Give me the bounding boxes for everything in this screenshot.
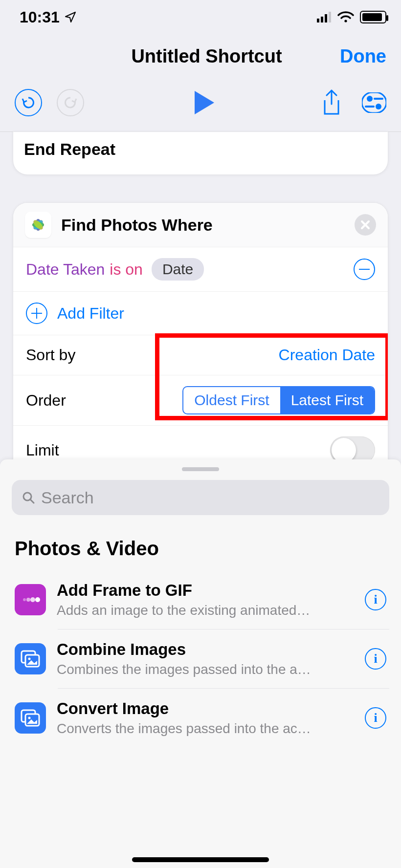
limit-label: Limit <box>26 441 59 459</box>
svg-line-19 <box>30 499 34 503</box>
svg-rect-0 <box>317 19 319 22</box>
action-browser-panel: Search Photos & Video Add Frame to GIFAd… <box>0 459 401 868</box>
remove-filter-button[interactable] <box>354 259 375 280</box>
navigation-bar: Untitled Shortcut Done <box>0 34 401 78</box>
svg-point-21 <box>26 598 30 602</box>
item-texts: Combine ImagesCombines the images passed… <box>57 640 354 677</box>
undo-icon <box>21 95 36 110</box>
photos-app-icon <box>25 212 51 238</box>
location-icon <box>65 11 76 23</box>
actions-list: Add Frame to GIFAdds an image to the exi… <box>12 570 389 747</box>
settings-button[interactable] <box>362 92 386 113</box>
search-bar[interactable]: Search <box>12 480 389 515</box>
section-title: Photos & Video <box>15 538 386 560</box>
svg-point-6 <box>367 96 373 102</box>
info-button[interactable]: i <box>365 589 386 610</box>
order-label: Order <box>26 391 66 410</box>
status-bar: 10:31 <box>0 0 401 34</box>
order-option-latest[interactable]: Latest First <box>280 387 374 413</box>
end-repeat-label: End Repeat <box>13 132 388 174</box>
svg-rect-1 <box>321 17 323 22</box>
add-filter-row[interactable]: Add Filter <box>13 292 388 335</box>
action-icon <box>15 643 46 674</box>
add-filter-label: Add Filter <box>57 304 124 323</box>
redo-button[interactable] <box>57 89 84 116</box>
item-texts: Convert ImageConverts the images passed … <box>57 699 354 737</box>
action-icon <box>15 584 46 615</box>
item-title: Combine Images <box>57 640 354 659</box>
minus-icon <box>359 269 370 270</box>
action-title: Find Photos Where <box>61 216 345 235</box>
cellular-icon <box>317 12 332 22</box>
order-row: Order Oldest First Latest First <box>13 375 388 426</box>
share-button[interactable] <box>321 89 342 116</box>
svg-point-8 <box>376 104 381 109</box>
list-item[interactable]: Convert ImageConverts the images passed … <box>12 689 389 747</box>
plus-icon <box>26 303 47 324</box>
svg-point-29 <box>28 717 31 719</box>
undo-button[interactable] <box>15 89 42 116</box>
filter-value-token[interactable]: Date <box>152 258 204 281</box>
svg-point-20 <box>23 598 26 601</box>
find-photos-card: Find Photos Where Date Taken is on Date … <box>13 202 388 475</box>
item-title: Convert Image <box>57 699 354 718</box>
svg-rect-25 <box>25 655 39 667</box>
action-icon <box>15 702 46 734</box>
wifi-icon <box>337 11 354 23</box>
search-icon <box>22 491 35 504</box>
filter-operator[interactable]: is on <box>110 260 143 279</box>
svg-point-26 <box>28 658 31 660</box>
info-button[interactable]: i <box>365 707 386 729</box>
search-placeholder: Search <box>41 488 94 507</box>
sort-by-row: Sort by Creation Date <box>13 335 388 375</box>
item-texts: Add Frame to GIFAdds an image to the exi… <box>57 581 354 618</box>
status-time: 10:31 <box>20 8 60 26</box>
sort-by-label: Sort by <box>26 346 75 364</box>
editor-toolbar <box>0 78 401 132</box>
filter-row: Date Taken is on Date <box>13 247 388 292</box>
item-title: Add Frame to GIF <box>57 581 354 600</box>
end-repeat-card: End Repeat <box>13 131 388 175</box>
page-title: Untitled Shortcut <box>73 46 340 67</box>
list-item[interactable]: Add Frame to GIFAdds an image to the exi… <box>12 570 389 629</box>
panel-grabber[interactable] <box>182 467 219 471</box>
info-button[interactable]: i <box>365 648 386 670</box>
svg-rect-5 <box>362 92 386 113</box>
run-button[interactable] <box>195 91 214 114</box>
filter-field[interactable]: Date Taken <box>26 260 105 279</box>
svg-rect-28 <box>25 714 39 726</box>
sort-by-value[interactable]: Creation Date <box>279 346 375 364</box>
order-option-oldest[interactable]: Oldest First <box>183 387 280 413</box>
svg-rect-2 <box>325 14 327 22</box>
close-icon <box>360 219 371 230</box>
item-subtitle: Adds an image to the existing animated G… <box>57 603 311 618</box>
svg-rect-3 <box>329 12 331 22</box>
order-segmented-control[interactable]: Oldest First Latest First <box>182 386 375 414</box>
list-item[interactable]: Combine ImagesCombines the images passed… <box>12 629 389 688</box>
home-indicator <box>132 857 269 862</box>
item-subtitle: Combines the images passed into the acti… <box>57 662 311 677</box>
item-subtitle: Converts the images passed into the acti… <box>57 721 311 737</box>
svg-point-4 <box>344 20 347 22</box>
svg-point-22 <box>30 597 35 602</box>
done-button[interactable]: Done <box>340 46 386 67</box>
remove-action-button[interactable] <box>355 214 376 236</box>
battery-icon <box>360 11 386 23</box>
redo-icon <box>63 95 78 110</box>
svg-point-23 <box>35 597 40 602</box>
